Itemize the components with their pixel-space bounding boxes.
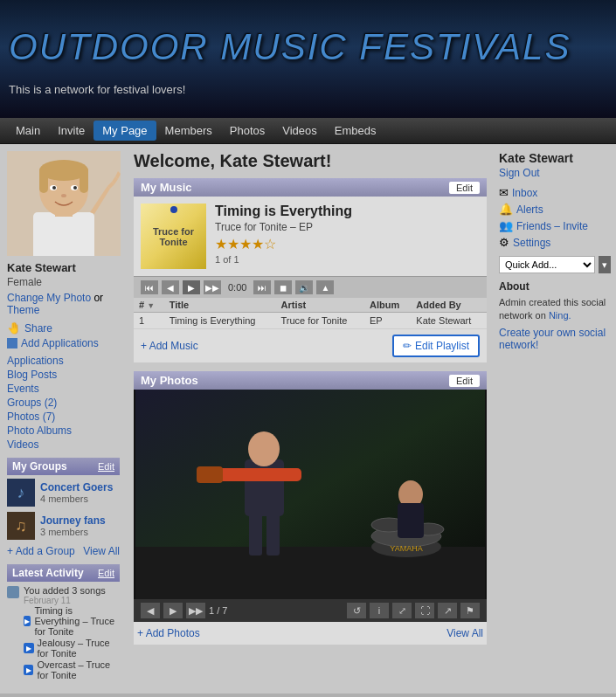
site-title: OUTDOOR MUSIC FESTIVALS: [9, 26, 571, 68]
photo-play-btn[interactable]: ▶: [163, 603, 183, 618]
ctrl-extra-2[interactable]: ◼: [274, 280, 292, 294]
play-song-1-btn[interactable]: ▶: [24, 616, 31, 626]
add-group-link[interactable]: + Add a Group: [7, 545, 75, 557]
photo-share-btn[interactable]: ↗: [438, 603, 457, 618]
activity-music-icon: [7, 586, 19, 598]
photo-image: YAMAHA: [134, 390, 487, 599]
photo-controls: ◀ ▶ ▶▶ 1 / 7 ↺ i ⤢ ⛶ ↗ ⚑: [134, 599, 487, 622]
right-sidebar: Kate Stewart Sign Out ✉ Inbox 🔔 Alerts 👥…: [494, 144, 616, 694]
nav-groups[interactable]: Groups (2): [7, 397, 120, 409]
player-controls: ⏮ ◀ ▶ ▶▶ 0:00 ⏭ ◼ 🔉 ▲: [134, 276, 487, 298]
track-table: # ▼ Title Artist Album Added By 1 Timing…: [134, 298, 487, 329]
alerts-link[interactable]: Alerts: [516, 204, 543, 216]
rew-btn[interactable]: ◀: [162, 280, 179, 294]
photo-prev-btn[interactable]: ◀: [141, 603, 160, 618]
photo-info-btn[interactable]: i: [370, 603, 389, 618]
song-label-3: Overcast – Truce for Tonite: [37, 659, 120, 680]
ctrl-extra-1[interactable]: ⏭: [253, 280, 271, 294]
friends-link[interactable]: Friends – Invite: [516, 220, 588, 232]
play-song-3-btn[interactable]: ▶: [24, 665, 33, 675]
cell-title: Timing is Everything: [164, 313, 276, 329]
settings-link[interactable]: Settings: [513, 237, 550, 249]
photo-action-group: ↺ i ⤢ ⛶ ↗ ⚑: [347, 603, 480, 618]
album-pin: [170, 206, 177, 213]
nav-videos[interactable]: Videos: [7, 438, 120, 451]
svg-point-10: [73, 186, 77, 190]
ctrl-extra-3[interactable]: 🔉: [295, 280, 313, 294]
nav-applications[interactable]: Applications: [7, 355, 120, 367]
main-layout: Kate Stewart Female Change My Photo or T…: [0, 144, 616, 694]
user-name: Kate Stewart: [7, 261, 120, 274]
svg-rect-18: [135, 547, 485, 599]
quick-add-btn[interactable]: ▾: [599, 256, 611, 273]
song-title: Timing is Everything: [215, 204, 480, 219]
group-info-journey: Journey fans 3 members: [40, 514, 106, 537]
nav-photos[interactable]: Photos: [221, 121, 273, 141]
ctrl-extra-4[interactable]: ▲: [316, 280, 334, 294]
change-photo-link[interactable]: Change My Photo: [7, 292, 91, 304]
svg-point-22: [248, 431, 280, 466]
prev-btn[interactable]: ⏮: [141, 280, 158, 294]
play-song-2-btn[interactable]: ▶: [24, 643, 34, 653]
photo-loop-btn[interactable]: ↺: [347, 603, 366, 618]
theme-link[interactable]: Theme: [7, 304, 39, 316]
group-info-concert: Concert Goers 4 members: [40, 481, 113, 504]
nav-members[interactable]: Members: [156, 121, 221, 141]
inbox-link[interactable]: Inbox: [512, 187, 537, 199]
ning-link[interactable]: Ning.: [549, 310, 571, 321]
right-user-name: Kate Stewart: [499, 151, 611, 165]
nav-main[interactable]: Main: [7, 121, 49, 141]
play-btn[interactable]: ▶: [183, 280, 200, 294]
about-section: About Admin created this social network …: [499, 280, 611, 351]
my-groups-title: My Groups: [12, 460, 67, 473]
hand-icon: 🤚: [7, 321, 21, 335]
photo-expand-btn[interactable]: ⤢: [392, 603, 412, 618]
sign-out-link[interactable]: Sign Out: [499, 167, 611, 179]
edit-playlist-btn[interactable]: ✏ Edit Playlist: [392, 335, 480, 357]
add-photos-link[interactable]: + Add Photos: [137, 627, 200, 639]
view-all-groups-link[interactable]: View All: [83, 545, 120, 557]
music-info: Timing is Everything Truce for Tonite – …: [215, 204, 480, 269]
nav-events[interactable]: Events: [7, 383, 120, 395]
album-art-text: Truce for Tonite: [153, 226, 194, 247]
photo-flag-btn[interactable]: ⚑: [460, 603, 480, 618]
nav-photo-albums[interactable]: Photo Albums: [7, 424, 120, 437]
song-item-1: ▶ Timing is Everything – Truce for Tonit…: [24, 605, 120, 637]
add-music-link[interactable]: + Add Music: [141, 340, 198, 352]
table-row: 1 Timing is Everything Truce for Tonite …: [134, 313, 487, 329]
music-section-header: My Music Edit: [134, 178, 487, 197]
avatar-image: [7, 151, 121, 256]
photos-edit-btn[interactable]: Edit: [449, 375, 480, 387]
nav-videos[interactable]: Videos: [273, 121, 326, 141]
my-groups-edit-btn[interactable]: Edit: [98, 461, 114, 472]
user-links: Change My Photo or Theme: [7, 292, 120, 316]
group-thumb-journey: ♫: [7, 512, 35, 540]
right-nav-items: ✉ Inbox 🔔 Alerts 👥 Friends – Invite ⚙ Se…: [499, 186, 611, 249]
photo-fullscreen-btn[interactable]: ⛶: [415, 603, 434, 618]
nav-mypage[interactable]: My Page: [93, 121, 156, 141]
nav-blog-posts[interactable]: Blog Posts: [7, 369, 120, 381]
nav-invite[interactable]: Invite: [49, 121, 93, 141]
song-stars: ★★★★☆: [215, 236, 480, 252]
group-name-journey[interactable]: Journey fans: [40, 514, 106, 527]
latest-activity-edit-btn[interactable]: Edit: [98, 568, 114, 578]
svg-rect-24: [197, 466, 223, 483]
nav-embeds[interactable]: Embeds: [326, 121, 385, 141]
group-name-concert[interactable]: Concert Goers: [40, 481, 113, 493]
right-nav-alerts: 🔔 Alerts: [499, 203, 611, 216]
photos-section-title: My Photos: [141, 374, 198, 387]
my-groups-header: My Groups Edit: [7, 458, 120, 475]
share-action[interactable]: 🤚 Share: [7, 321, 120, 335]
avatar: [7, 151, 121, 256]
fwd-btn[interactable]: ▶▶: [204, 280, 221, 294]
photo-next-btn[interactable]: ▶▶: [186, 603, 205, 618]
quick-add-select[interactable]: Quick Add...: [499, 256, 595, 273]
create-network-link[interactable]: Create your own social network!: [499, 327, 606, 351]
add-applications-action[interactable]: Add Applications: [7, 337, 120, 349]
user-gender: Female: [7, 276, 120, 288]
music-edit-btn[interactable]: Edit: [449, 182, 480, 194]
view-all-photos-link[interactable]: View All: [446, 627, 483, 639]
welcome-title: Welcome, Kate Stewart!: [134, 151, 487, 171]
nav-photos[interactable]: Photos (7): [7, 411, 120, 423]
add-applications-label: Add Applications: [21, 337, 99, 349]
